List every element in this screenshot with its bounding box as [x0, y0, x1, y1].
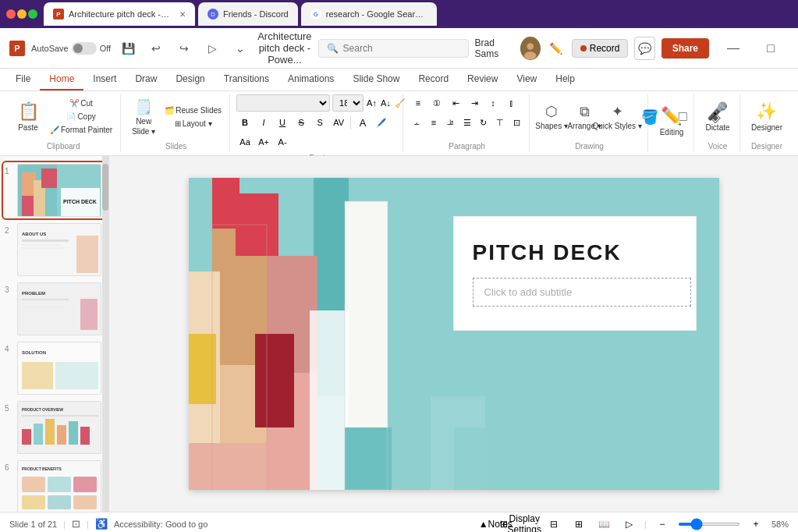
slide-thumb-4[interactable]: 4 SOLUTION — [3, 340, 105, 396]
search-input[interactable] — [343, 43, 460, 54]
increase-indent-button[interactable]: ⇥ — [466, 94, 483, 112]
minimize-button[interactable]: — — [715, 36, 751, 61]
slide-canvas[interactable]: PITCH DECK Click to add subtitle — [189, 178, 719, 490]
slide-panel-scrollbar[interactable] — [102, 156, 108, 512]
paste-button[interactable]: 📋 Paste — [11, 97, 45, 137]
search-box[interactable]: 🔍 — [318, 39, 469, 58]
accessibility-icon: ♿ — [95, 518, 108, 530]
maximize-button[interactable]: □ — [753, 36, 789, 61]
tab-record[interactable]: Record — [409, 69, 458, 90]
tab-help[interactable]: Help — [546, 69, 584, 90]
align-right-button[interactable]: ⫡ — [443, 114, 458, 131]
numbering-button[interactable]: ① — [428, 94, 445, 112]
font-size-inc-button[interactable]: A+ — [255, 133, 272, 151]
undo-button[interactable]: ↩ — [145, 37, 167, 59]
slide-subtitle-placeholder[interactable]: Click to add subtitle — [473, 278, 691, 307]
font-color-button[interactable]: A — [354, 114, 371, 131]
redo-button[interactable]: ↪ — [173, 37, 195, 59]
font-size-dec-button[interactable]: A- — [274, 133, 291, 151]
slide-thumb-1[interactable]: 1 PITCH DECK — [3, 162, 105, 218]
present-button[interactable]: ▷ — [201, 37, 223, 59]
share-button[interactable]: Share — [661, 38, 709, 59]
svg-rect-8 — [41, 168, 57, 188]
save-button[interactable]: 💾 — [117, 37, 139, 59]
smartart-button[interactable]: ⊡ — [509, 114, 524, 131]
slide-thumb-3[interactable]: 3 PROBLEM — [3, 281, 105, 337]
zoom-slider[interactable] — [678, 523, 740, 526]
align-center-button[interactable]: ≡ — [426, 114, 441, 131]
editing-button[interactable]: ✏️ Editing — [654, 101, 689, 141]
tab-slideshow[interactable]: Slide Show — [343, 69, 409, 90]
slide-sorter-button[interactable]: ⊞ — [569, 515, 588, 533]
zoom-in-button[interactable]: + — [747, 515, 765, 533]
tab-transitions[interactable]: Transitions — [215, 69, 278, 90]
bullets-button[interactable]: ≡ — [410, 94, 427, 112]
text-direction-button[interactable]: ↻ — [476, 114, 491, 131]
svg-text:PRODUCT BENEFITS: PRODUCT BENEFITS — [22, 466, 62, 471]
dictate-button[interactable]: 🎤 Dictate — [700, 97, 735, 137]
cut-button[interactable]: ✂️ Cut — [47, 98, 115, 109]
font-size-select[interactable]: 18 — [332, 94, 364, 112]
justify-button[interactable]: ☰ — [459, 114, 474, 131]
tab-design[interactable]: Design — [166, 69, 214, 90]
tab-draw[interactable]: Draw — [126, 69, 166, 90]
line-spacing-button[interactable]: ↕ — [484, 94, 502, 112]
zoom-out-button[interactable]: − — [653, 515, 672, 533]
reuse-label: Reuse Slides — [176, 106, 222, 115]
svg-rect-16 — [76, 236, 98, 273]
display-settings-button[interactable]: ⊞ Display Settings — [511, 515, 530, 533]
normal-view-button[interactable]: ⊟ — [544, 515, 563, 533]
slide-thumb-5[interactable]: 5 PRODUCT OVERVIEW — [3, 399, 105, 456]
align-left-button[interactable]: ⫠ — [410, 114, 424, 131]
editing-icon: ✏️ — [661, 106, 682, 126]
reading-view-button[interactable]: 📖 — [594, 515, 613, 533]
copy-button[interactable]: 📄 Copy — [47, 111, 115, 122]
tab-google[interactable]: G research - Google Search - Goo... — [301, 2, 437, 26]
slide-thumb-2[interactable]: 2 ABOUT US — [3, 222, 105, 278]
quick-styles-button[interactable]: ✦ Quick Styles ▾ — [601, 100, 633, 133]
slide-panel-toggle-icon[interactable]: ⊡ — [72, 518, 80, 530]
strikethrough-button[interactable]: S — [293, 114, 310, 131]
svg-rect-25 — [22, 362, 53, 389]
svg-rect-56 — [255, 334, 294, 427]
bold-button[interactable]: B — [236, 114, 254, 131]
shadow-button[interactable]: S — [311, 114, 328, 131]
decrease-font-button[interactable]: A↓ — [380, 94, 392, 112]
record-button[interactable]: Record — [572, 39, 629, 58]
columns-button[interactable]: ⫿ — [503, 94, 520, 112]
tab-ppt-close[interactable]: ✕ — [179, 10, 186, 19]
editing-group: ✏️ Editing — [650, 94, 694, 152]
underline-button[interactable]: U — [274, 114, 291, 131]
tab-ppt[interactable]: P Architecture pitch deck - Po... ✕ — [44, 2, 195, 26]
char-spacing-button[interactable]: AV — [330, 114, 347, 131]
cut-label: Cut — [80, 99, 93, 108]
presenter-view-button[interactable]: ▷ — [619, 515, 638, 533]
reuse-slides-button[interactable]: 🗂️ Reuse Slides — [161, 105, 225, 116]
tab-discord[interactable]: D Friends - Discord — [198, 2, 298, 26]
tab-insert[interactable]: Insert — [83, 69, 126, 90]
decrease-indent-button[interactable]: ⇤ — [447, 94, 464, 112]
designer-button[interactable]: ✨ Designer — [747, 97, 787, 137]
tab-animations[interactable]: Animations — [278, 69, 343, 90]
autosave-toggle[interactable] — [72, 42, 97, 55]
pen-button[interactable]: ✏️ — [547, 37, 566, 59]
align-text-button[interactable]: ⊤ — [492, 114, 507, 131]
italic-button[interactable]: I — [255, 114, 272, 131]
tab-home[interactable]: Home — [40, 69, 83, 90]
layout-button[interactable]: ⊞ Layout ▾ — [161, 118, 225, 129]
font-name-select[interactable] — [236, 94, 330, 112]
tab-review[interactable]: Review — [458, 69, 507, 90]
customize-button[interactable]: ⌄ — [229, 37, 251, 59]
tab-file[interactable]: File — [6, 69, 40, 90]
format-painter-button[interactable]: 🖌️ Format Painter — [47, 124, 115, 136]
shapes-button[interactable]: ⬡ Shapes ▾ — [536, 100, 567, 133]
comments-button[interactable]: 💬 — [634, 37, 654, 60]
increase-font-button[interactable]: A↑ — [366, 94, 378, 112]
uppercase-button[interactable]: Aa — [236, 133, 254, 151]
slide-content-box[interactable]: PITCH DECK Click to add subtitle — [454, 217, 696, 330]
new-slide-button[interactable]: 🗒️ New Slide ▾ — [127, 95, 160, 139]
highlight-button[interactable]: 🖊️ — [373, 114, 390, 131]
slide-thumb-6[interactable]: 6 PRODUCT BENEFITS — [3, 459, 105, 512]
tab-view[interactable]: View — [507, 69, 546, 90]
scrollbar-thumb[interactable] — [102, 164, 108, 211]
